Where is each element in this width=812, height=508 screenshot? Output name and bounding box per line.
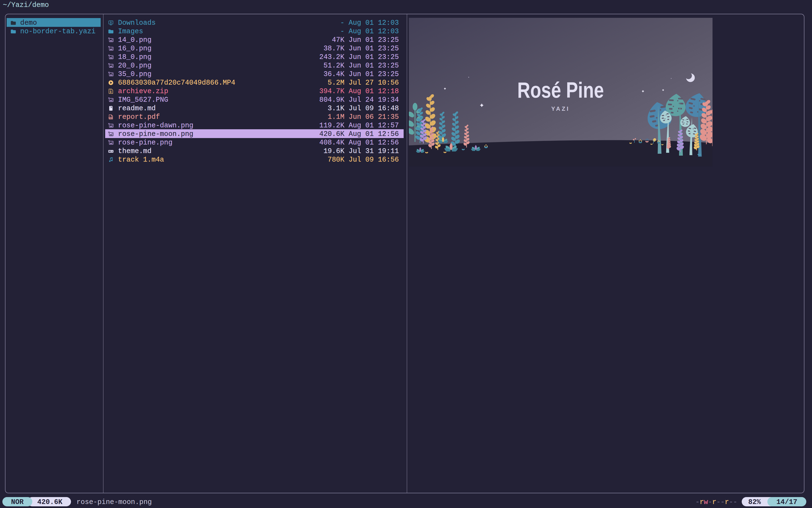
svg-text:PDF: PDF — [109, 117, 112, 119]
svg-text:YAZI: YAZI — [551, 105, 570, 112]
svg-text:Rosé Pine: Rosé Pine — [517, 78, 604, 102]
